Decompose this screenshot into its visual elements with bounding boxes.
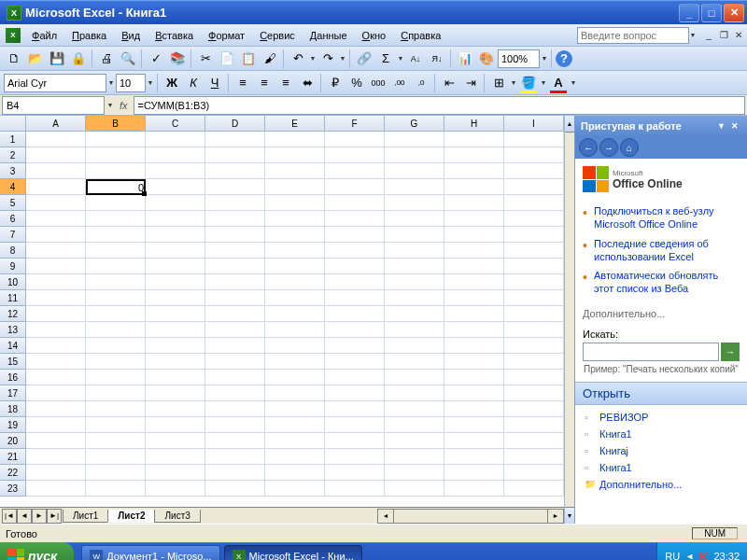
- kaspersky-tray-icon[interactable]: K: [699, 550, 708, 561]
- task-pane-back-button[interactable]: ←: [579, 138, 598, 157]
- fill-dropdown-icon[interactable]: ▼: [540, 79, 547, 86]
- cell-H1[interactable]: [444, 132, 504, 147]
- cell-D15[interactable]: [205, 354, 265, 370]
- cell-B1[interactable]: [86, 132, 146, 147]
- system-tray[interactable]: RU ◄ K 23:32: [656, 542, 747, 560]
- cell-G10[interactable]: [385, 274, 444, 290]
- cell-A6[interactable]: [26, 211, 86, 227]
- row-header-9[interactable]: 9: [0, 259, 26, 274]
- cell-D21[interactable]: [205, 449, 265, 465]
- cell-A23[interactable]: [26, 481, 86, 497]
- name-box-dropdown-icon[interactable]: ▼: [106, 102, 114, 108]
- autosum-dropdown-icon[interactable]: ▼: [397, 55, 404, 62]
- row-header-3[interactable]: 3: [0, 163, 26, 179]
- help-button[interactable]: ?: [556, 50, 572, 67]
- cell-H4[interactable]: [444, 179, 504, 195]
- row-header-22[interactable]: 22: [0, 465, 26, 481]
- cell-B23[interactable]: [86, 481, 146, 497]
- cell-B22[interactable]: [86, 465, 146, 481]
- undo-dropdown-icon[interactable]: ▼: [309, 55, 317, 62]
- cell-A3[interactable]: [26, 163, 86, 179]
- cell-E15[interactable]: [265, 354, 325, 370]
- cell-I12[interactable]: [504, 306, 564, 322]
- cell-G2[interactable]: [385, 147, 444, 163]
- row-header-6[interactable]: 6: [0, 211, 26, 227]
- cell-C19[interactable]: [146, 417, 205, 433]
- cell-A14[interactable]: [26, 338, 86, 354]
- chart-button[interactable]: 📊: [455, 49, 475, 69]
- cell-I7[interactable]: [504, 227, 564, 243]
- menu-формат[interactable]: Формат: [201, 27, 252, 44]
- cell-F19[interactable]: [325, 417, 385, 433]
- zoom-dropdown-icon[interactable]: ▼: [541, 55, 548, 62]
- cell-D18[interactable]: [205, 401, 265, 417]
- cell-A10[interactable]: [26, 274, 86, 290]
- percent-button[interactable]: %: [346, 73, 367, 93]
- cell-E12[interactable]: [265, 306, 325, 322]
- cell-H3[interactable]: [444, 163, 504, 179]
- cell-C16[interactable]: [146, 370, 205, 385]
- row-header-16[interactable]: 16: [0, 370, 26, 385]
- cell-G3[interactable]: [385, 163, 444, 179]
- cell-C14[interactable]: [146, 338, 205, 354]
- cell-C15[interactable]: [146, 354, 205, 370]
- cell-A2[interactable]: [26, 147, 86, 163]
- tab-nav-prev-button[interactable]: ◄: [17, 509, 32, 524]
- tab-nav-last-button[interactable]: ►|: [47, 509, 62, 524]
- cell-I22[interactable]: [504, 465, 564, 481]
- column-header-H[interactable]: H: [444, 116, 504, 132]
- cell-D13[interactable]: [205, 322, 265, 338]
- menu-файл[interactable]: Файл: [24, 27, 64, 44]
- cell-I17[interactable]: [504, 385, 564, 401]
- cell-A19[interactable]: [26, 417, 86, 433]
- cell-E2[interactable]: [265, 147, 325, 163]
- cell-E14[interactable]: [265, 338, 325, 354]
- copy-button[interactable]: 📄: [217, 49, 237, 69]
- taskbar-app-button[interactable]: XMicrosoft Excel - Кни...: [224, 545, 362, 560]
- cell-E19[interactable]: [265, 417, 325, 433]
- cell-E4[interactable]: [265, 179, 325, 195]
- cell-F20[interactable]: [325, 433, 385, 449]
- ask-dropdown-icon[interactable]: ▼: [689, 32, 697, 38]
- cell-F2[interactable]: [325, 147, 385, 163]
- merge-center-button[interactable]: ⬌: [297, 73, 317, 93]
- cell-D23[interactable]: [205, 481, 265, 497]
- sheet-tab-Лист2[interactable]: Лист2: [107, 510, 155, 523]
- cell-G5[interactable]: [385, 195, 444, 211]
- cell-B2[interactable]: [86, 147, 146, 163]
- row-header-10[interactable]: 10: [0, 274, 26, 290]
- underline-button[interactable]: Ч: [204, 73, 225, 93]
- row-header-19[interactable]: 19: [0, 417, 26, 433]
- cell-D20[interactable]: [205, 433, 265, 449]
- row-header-11[interactable]: 11: [0, 290, 26, 306]
- cell-A5[interactable]: [26, 195, 86, 211]
- maximize-button[interactable]: □: [701, 4, 722, 22]
- recent-file-link[interactable]: Книга1: [583, 459, 740, 476]
- row-header-23[interactable]: 23: [0, 481, 26, 497]
- cell-B17[interactable]: [86, 385, 146, 401]
- cell-H11[interactable]: [444, 290, 504, 306]
- cell-C20[interactable]: [146, 433, 205, 449]
- menu-сервис[interactable]: Сервис: [252, 27, 303, 44]
- cell-I6[interactable]: [504, 211, 564, 227]
- cell-A4[interactable]: [26, 179, 86, 195]
- cell-B20[interactable]: [86, 433, 146, 449]
- redo-dropdown-icon[interactable]: ▼: [339, 55, 346, 62]
- cell-F7[interactable]: [325, 227, 385, 243]
- cell-H22[interactable]: [444, 465, 504, 481]
- cell-E17[interactable]: [265, 385, 325, 401]
- cell-A13[interactable]: [26, 322, 86, 338]
- cell-I21[interactable]: [504, 449, 564, 465]
- cell-G17[interactable]: [385, 385, 444, 401]
- cell-B6[interactable]: [86, 211, 146, 227]
- cell-B21[interactable]: [86, 449, 146, 465]
- save-button[interactable]: 💾: [47, 49, 67, 69]
- cell-I16[interactable]: [504, 370, 564, 385]
- borders-button[interactable]: ⊞: [488, 73, 509, 93]
- cell-H14[interactable]: [444, 338, 504, 354]
- formula-input[interactable]: [134, 96, 745, 115]
- doc-icon[interactable]: X: [6, 28, 21, 43]
- cell-E22[interactable]: [265, 465, 325, 481]
- cell-D3[interactable]: [205, 163, 265, 179]
- cell-H21[interactable]: [444, 449, 504, 465]
